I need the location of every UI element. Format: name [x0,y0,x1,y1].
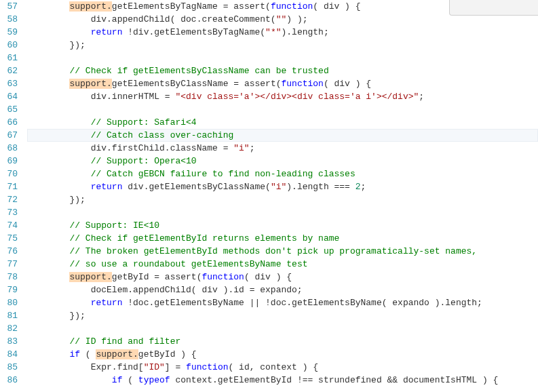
code-line[interactable]: support.getElementsByTagName = assert(fu… [27,0,538,13]
code-token: function [271,1,313,12]
line-number: 70 [0,168,23,180]
code-token: context.getElementById !== strundefined … [170,375,499,385]
code-token: ( div ) { [313,1,360,12]
code-line[interactable]: return !doc.getElementsByName || !doc.ge… [27,296,538,309]
code-line[interactable]: docElem.appendChild( div ).id = expando; [27,283,538,296]
code-token: ) ); [286,14,307,24]
code-token: "<div class='a'></div><div class='a i'><… [175,92,419,102]
line-number: 59 [0,26,23,39]
line-number: 63 [0,77,23,90]
code-line[interactable]: // Support: IE<10 [27,219,538,232]
code-token: }); [69,195,85,205]
line-number: 85 [0,361,23,374]
code-token: typeof [138,375,170,385]
code-line[interactable] [27,206,538,219]
line-number: 60 [0,39,23,52]
line-number: 73 [0,206,23,219]
code-line[interactable]: // Catch class over-caching [27,129,538,142]
code-token: function [186,362,228,372]
line-number: 67 [0,129,23,142]
code-token: div.innerHTML = [91,92,176,102]
line-number: 74 [0,219,23,232]
code-token: !div.getElementsByTagName( [122,27,265,37]
line-number: 86 [0,374,23,387]
code-token: // Check if getElementById returns eleme… [69,233,339,243]
code-line[interactable]: // The broken getElementById methods don… [27,245,538,258]
code-token: // Support: Safari<4 [91,117,197,128]
code-token: div.appendChild( doc.createComment( [91,14,276,24]
line-number: 78 [0,271,23,283]
code-token: "i" [233,143,249,153]
code-line[interactable]: div.firstChild.className = "i"; [27,142,538,155]
code-token: ).length; [281,27,328,37]
code-token: return [91,27,123,37]
code-line[interactable]: return !div.getElementsByTagName("*").le… [27,26,538,39]
code-line[interactable]: // so use a roundabout getElementsByName… [27,258,538,271]
code-line[interactable]: div.innerHTML = "<div class='a'></div><d… [27,90,538,103]
code-line[interactable]: // Support: Safari<4 [27,116,538,129]
code-token: // so use a roundabout getElementsByName… [69,259,307,269]
code-token: docElem.appendChild( div ).id = expando; [91,285,303,295]
code-token: "i" [271,182,286,192]
line-number: 84 [0,348,23,361]
code-token: "ID" [144,362,165,372]
code-token: getById ) { [138,349,197,359]
code-token: ( div ) { [324,79,371,89]
code-token: getElementsByClassName = assert( [112,79,282,89]
line-number: 68 [0,142,23,155]
code-token: ; [250,143,255,153]
code-token: ] = [165,362,186,372]
line-number: 62 [0,64,23,77]
code-area[interactable]: support.getElementsByTagName = assert(fu… [23,0,538,392]
line-number: 71 [0,180,23,193]
code-line[interactable]: return div.getElementsByClassName("i").l… [27,180,538,193]
line-number: 83 [0,335,23,348]
line-number: 57 [0,0,23,13]
code-token: return [91,298,123,308]
code-token: // Support: Opera<10 [91,156,197,166]
code-token: support. [69,272,111,282]
line-number: 66 [0,116,23,129]
code-line[interactable]: div.appendChild( doc.createComment("") )… [27,13,538,26]
code-line[interactable]: // Support: Opera<10 [27,155,538,168]
code-line[interactable]: // Check if getElementById returns eleme… [27,232,538,245]
code-line[interactable]: // ID find and filter [27,335,538,348]
code-line[interactable]: // Catch gEBCN failure to find non-leadi… [27,168,538,180]
code-line[interactable]: }); [27,193,538,206]
code-token: return [91,182,123,192]
code-line[interactable] [27,103,538,116]
code-token: // Catch gEBCN failure to find non-leadi… [91,169,356,179]
code-editor[interactable]: 5758596061626364656667686970717273747576… [0,0,538,392]
code-token: function [281,79,323,89]
code-token: // Support: IE<10 [69,220,159,231]
code-line[interactable] [27,322,538,335]
code-token: support. [69,79,111,89]
line-number: 72 [0,193,23,206]
line-number: 80 [0,296,23,309]
code-token: div.getElementsByClassName( [122,182,270,192]
code-token: ).length === [286,182,355,192]
code-line[interactable]: }); [27,39,538,52]
code-token: ( [80,349,96,359]
code-line[interactable]: if ( support.getById ) { [27,348,538,361]
code-token: // Check if getElementsByClassName can b… [69,66,328,76]
code-line[interactable] [27,52,538,64]
line-number: 82 [0,322,23,335]
code-token: 2 [356,182,361,192]
code-token: // ID find and filter [69,336,180,347]
line-number: 65 [0,103,23,116]
code-line[interactable]: if ( typeof context.getElementById !== s… [27,374,538,387]
line-number: 75 [0,232,23,245]
code-token: ; [419,92,424,102]
code-line[interactable]: support.getById = assert(function( div )… [27,271,538,283]
code-line[interactable]: }); [27,309,538,322]
code-token: ; [361,182,366,192]
code-line[interactable]: support.getElementsByClassName = assert(… [27,77,538,90]
code-line[interactable]: // Check if getElementsByClassName can b… [27,64,538,77]
code-token: ( div ) { [244,272,292,282]
line-number: 61 [0,52,23,64]
line-number: 69 [0,155,23,168]
code-line[interactable]: Expr.find["ID"] = function( id, context … [27,361,538,374]
code-token: support. [69,1,111,12]
line-number: 79 [0,283,23,296]
